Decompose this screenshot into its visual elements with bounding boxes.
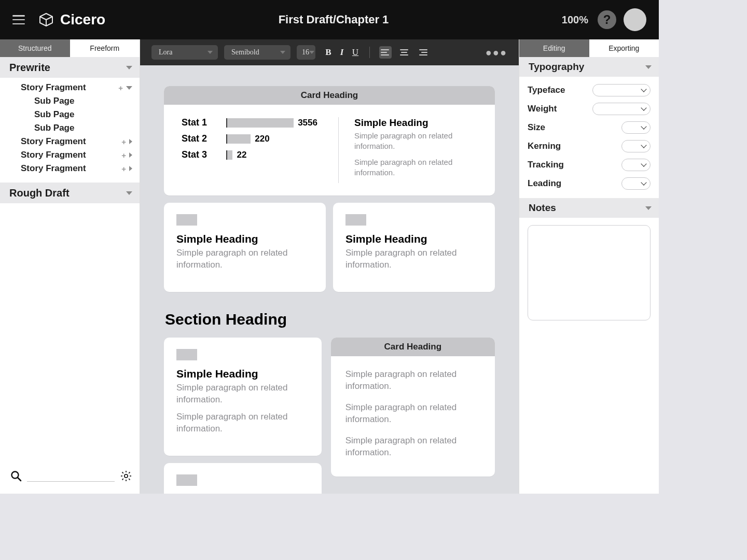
typography-section[interactable]: Typography <box>519 57 659 77</box>
simple-card: Simple Heading Simple paragraph on relat… <box>164 338 322 456</box>
align-right-button[interactable] <box>417 46 429 59</box>
notes-section[interactable]: Notes <box>519 198 659 218</box>
tree-item-subpage[interactable]: Sub Page <box>0 94 140 108</box>
tree-item-subpage[interactable]: Sub Page <box>0 108 140 121</box>
typeface-select[interactable] <box>592 84 651 96</box>
chevron-down-icon[interactable] <box>126 86 132 90</box>
menu-icon[interactable] <box>12 15 25 24</box>
tracking-select[interactable] <box>621 159 651 171</box>
plus-icon[interactable]: + <box>121 151 126 160</box>
stat-row: Stat 1 3556 <box>182 117 317 128</box>
simple-paragraph: Simple paragraph on related information. <box>354 131 477 152</box>
chevron-right-icon[interactable] <box>129 166 132 171</box>
stat-bar <box>227 134 251 144</box>
card-row: Simple Heading Simple paragraph on relat… <box>164 203 495 292</box>
tab-editing[interactable]: Editing <box>519 39 589 57</box>
chevron-down-icon <box>645 65 652 69</box>
simple-paragraph: Simple paragraph on related information. <box>345 369 480 393</box>
divider <box>369 47 370 58</box>
leading-select[interactable] <box>621 177 651 190</box>
weight-select[interactable] <box>592 103 651 115</box>
svg-line-8 <box>122 472 123 473</box>
prop-size: Size <box>519 118 659 137</box>
simple-paragraph: Simple paragraph on related information. <box>176 247 313 271</box>
italic-button[interactable]: I <box>337 47 347 58</box>
section-rough-draft[interactable]: Rough Draft <box>0 183 140 203</box>
left-panel: Structured Freeform Prewrite Story Fragm… <box>0 39 140 494</box>
avatar[interactable] <box>624 8 646 31</box>
plus-icon[interactable]: + <box>121 164 126 173</box>
tree-item-label: Sub Page <box>34 96 74 106</box>
svg-line-11 <box>122 479 123 480</box>
text-card: Card Heading Simple paragraph on related… <box>331 338 495 477</box>
prop-tracking: Tracking <box>519 156 659 174</box>
chevron-down-icon <box>280 51 285 54</box>
underline-button[interactable]: U <box>351 47 360 58</box>
simple-paragraph: Simple paragraph on related information. <box>345 435 480 459</box>
prop-label: Tracking <box>528 160 564 170</box>
app-header: Cicero First Draft/Chapter 1 100% ? <box>0 0 659 39</box>
notes-title: Notes <box>529 202 556 214</box>
stat-bar <box>227 118 294 128</box>
stat-bar <box>227 150 232 160</box>
tree-item-fragment[interactable]: Story Fragment + <box>0 135 140 148</box>
tree-item-fragment[interactable]: Story Fragment + <box>0 162 140 175</box>
stat-label: Stat 2 <box>182 133 218 144</box>
prop-label: Weight <box>528 104 557 114</box>
simple-heading: Simple Heading <box>176 233 313 245</box>
plus-icon[interactable]: + <box>118 83 123 92</box>
more-icon[interactable]: ●●● <box>486 47 507 59</box>
bold-button[interactable]: B <box>324 47 333 58</box>
chevron-down-icon <box>645 206 652 210</box>
stat-value: 220 <box>255 134 269 144</box>
tab-exporting[interactable]: Exporting <box>589 39 659 57</box>
size-select[interactable] <box>621 121 651 134</box>
chevron-down-icon <box>641 161 646 166</box>
thumbnail-placeholder <box>345 214 366 226</box>
tree-item-fragment[interactable]: Story Fragment + <box>0 148 140 162</box>
tab-structured[interactable]: Structured <box>0 39 70 57</box>
prop-typeface: Typeface <box>519 81 659 100</box>
outline-tree: Story Fragment + Sub Page Sub Page Sub P… <box>0 78 140 183</box>
prop-label: Typeface <box>528 85 565 95</box>
section-prewrite[interactable]: Prewrite <box>0 57 140 78</box>
right-panel: Editing Exporting Typography Typeface We… <box>519 39 659 494</box>
tab-freeform[interactable]: Freeform <box>70 39 140 57</box>
align-center-button[interactable] <box>398 46 410 59</box>
notes-textarea[interactable] <box>528 225 651 320</box>
chevron-down-icon <box>641 142 646 148</box>
help-button[interactable]: ? <box>598 10 616 29</box>
card-heading: Card Heading <box>331 338 495 356</box>
thumbnail-placeholder <box>176 349 197 360</box>
tree-item-fragment[interactable]: Story Fragment + <box>0 81 140 94</box>
tree-item-label: Story Fragment <box>21 150 86 160</box>
kerning-select[interactable] <box>621 140 651 152</box>
chevron-down-icon <box>641 105 646 110</box>
zoom-level[interactable]: 100% <box>562 14 588 26</box>
editor-area: Lora Semibold 16 B I U ●●● Card Heading … <box>140 39 519 494</box>
stat-label: Stat 1 <box>182 117 218 128</box>
search-icon[interactable] <box>10 470 22 482</box>
chevron-right-icon[interactable] <box>129 152 132 158</box>
stats-block: Stat 1 3556 Stat 2 220 Stat 3 22 <box>182 117 317 183</box>
weight-select-value: Semibold <box>231 48 259 57</box>
stat-row: Stat 3 22 <box>182 149 317 160</box>
svg-line-9 <box>129 479 130 480</box>
font-select[interactable]: Lora <box>151 45 218 60</box>
stat-label: Stat 3 <box>182 149 218 160</box>
chevron-right-icon[interactable] <box>129 139 132 144</box>
cube-icon <box>38 12 54 27</box>
gear-icon[interactable] <box>120 470 132 482</box>
canvas[interactable]: Card Heading Stat 1 3556 Stat 2 220 Stat… <box>140 65 519 494</box>
prop-label: Kerning <box>528 141 561 151</box>
align-left-button[interactable] <box>379 46 392 59</box>
prop-weight: Weight <box>519 100 659 118</box>
plus-icon[interactable]: + <box>121 137 126 146</box>
simple-heading: Simple Heading <box>176 368 309 380</box>
weight-select[interactable]: Semibold <box>224 45 290 60</box>
tree-item-subpage[interactable]: Sub Page <box>0 121 140 135</box>
search-input[interactable] <box>27 470 115 482</box>
chevron-down-icon <box>641 123 646 129</box>
size-select[interactable]: 16 <box>297 45 315 60</box>
tree-item-label: Sub Page <box>34 123 74 133</box>
